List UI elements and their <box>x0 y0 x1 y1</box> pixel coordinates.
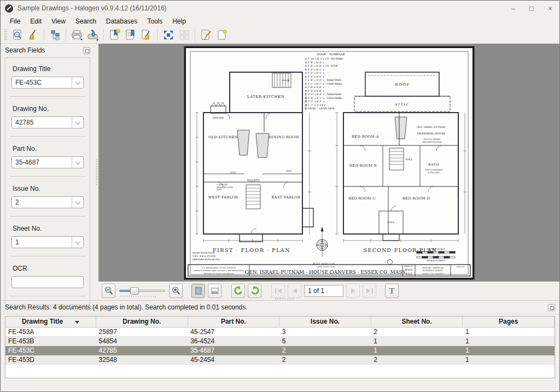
zoom-in-button[interactable] <box>169 284 183 298</box>
window-bottom-strip <box>1 378 559 391</box>
door-schedule-title: · DOOR, · SCHEDULE. · <box>315 52 347 56</box>
chevron-down-icon[interactable] <box>72 117 83 128</box>
zoom-slider[interactable] <box>119 285 165 297</box>
room-label: HALL <box>387 221 394 224</box>
results-table-container: Drawing Title Drawing No. Part No. Issue… <box>5 316 555 378</box>
first-page-button[interactable] <box>271 284 285 298</box>
search-results-panel: Search Results: 4 documents (4 pages in … <box>1 300 559 378</box>
feet-scale-label: SCALE·IN·FEET <box>427 259 445 262</box>
table-row[interactable]: FE-453A25897 45-25473 21 <box>5 327 555 336</box>
menu-help[interactable]: Help <box>167 16 191 26</box>
document-viewer[interactable]: · DOOR, · SCHEDULE. · ① 2′-10″x 6′-1″x 1… <box>98 44 559 282</box>
text-tool-button[interactable]: T <box>385 284 399 298</box>
edit-document-button[interactable] <box>198 28 214 42</box>
panel-float-icon[interactable] <box>548 304 555 311</box>
chevron-down-icon[interactable] <box>72 197 83 208</box>
fit-page-button[interactable] <box>191 284 205 298</box>
last-page-button[interactable] <box>363 284 376 298</box>
close-button[interactable]: × <box>541 2 559 15</box>
column-header-drawing-no[interactable]: Drawing No. <box>96 317 188 327</box>
clear-search-button[interactable] <box>25 28 41 42</box>
panel-float-icon[interactable] <box>83 47 90 54</box>
table-row[interactable]: FE-453B54854 36-45245 11 <box>5 336 555 346</box>
note-label: EXPOSED·IN·ROOM <box>422 141 442 143</box>
note-label: CORBELED <box>217 184 228 186</box>
page-indicator-value: 1 of 1 <box>308 287 324 295</box>
chevron-down-icon[interactable] <box>72 237 83 248</box>
drawing-no-combobox[interactable]: 42785 <box>11 116 84 128</box>
menu-search[interactable]: Search <box>71 16 101 26</box>
chevron-down-icon[interactable] <box>72 157 83 168</box>
sheet-no-combobox[interactable]: 1 <box>11 236 84 248</box>
note-label: DATE <box>217 189 222 191</box>
survey-number: 153 <box>405 272 412 276</box>
printer-icon <box>71 29 84 41</box>
search-results-status: Search Results: 4 documents (4 pages in … <box>5 303 548 311</box>
toolbar-grip[interactable] <box>4 30 7 40</box>
door-schedule-line: ② 2′-8″ x 6′-4″ x · · · <box>305 61 329 63</box>
bookmark-add-button[interactable] <box>107 28 122 42</box>
vertical-splitter[interactable] <box>95 44 98 300</box>
menu-tools[interactable]: Tools <box>142 16 167 26</box>
room-label: EAST·PARLOR <box>271 195 300 200</box>
zoom-out-button[interactable] <box>102 284 115 298</box>
chevron-down-icon[interactable] <box>72 77 83 88</box>
search-fields-box: Drawing Title FE-453C Drawing No. 42785 … <box>5 57 90 305</box>
maximize-button[interactable]: □ <box>522 2 541 15</box>
rotate-cw-button[interactable] <box>248 284 261 298</box>
note-label: POSTS·&·BEAMS <box>423 138 440 141</box>
column-header-sheet-no[interactable]: Sheet No. <box>371 317 463 327</box>
tree-view-button[interactable] <box>47 28 63 42</box>
horizontal-splitter[interactable] <box>276 298 295 300</box>
rotate-ccw-button[interactable] <box>231 284 245 298</box>
habs-sheet-line: SHEET 1 OF 5 SHEETS <box>422 272 444 274</box>
menu-file[interactable]: File <box>5 16 25 26</box>
dept-line: U.S. DEPARTMENT OF THE INTERIOR <box>202 266 236 268</box>
previous-page-button[interactable] <box>288 284 301 298</box>
menu-view[interactable]: View <box>46 16 71 26</box>
issue-no-combobox[interactable]: 2 <box>11 196 84 208</box>
viewer-controls: 1 of 1 T <box>98 282 559 300</box>
column-header-issue-no[interactable]: Issue No. <box>279 317 371 327</box>
field-label-ocr: OCR <box>13 265 84 272</box>
ocr-input[interactable] <box>11 276 84 288</box>
print-button[interactable] <box>69 28 85 42</box>
second-floor-caption: SECOND·FLOOR·PLAN <box>363 247 436 253</box>
new-document-button[interactable] <box>214 28 230 42</box>
title-block: U.S. DEPARTMENT OF THE INTERIOR OFFICE O… <box>188 265 470 276</box>
door-schedule-line: ④ 2′-4″ x 6′-1″ x · · · <box>305 68 329 71</box>
fit-width-button[interactable] <box>208 284 221 298</box>
drawing-no-value: 42785 <box>12 119 72 126</box>
search-document-button[interactable] <box>9 28 25 42</box>
fit-window-button[interactable] <box>160 28 176 42</box>
edit-document-icon <box>200 29 212 41</box>
next-page-button[interactable] <box>346 284 360 298</box>
door-schedule-line: ⑪ 2′-5″ x 6′-4″ x · SHEATHING <box>305 93 342 96</box>
column-header-part-no[interactable]: Part No. <box>188 317 279 327</box>
field-divider <box>9 96 86 97</box>
first-page-icon <box>274 287 283 295</box>
minimize-button[interactable]: – <box>504 2 522 15</box>
table-row[interactable]: FE-453D32548 45-24542 21 <box>5 355 555 364</box>
room-label: BATH <box>428 162 439 166</box>
room-label: MEMORIAL·ROOM <box>417 132 445 135</box>
part-no-combobox[interactable]: 35-4687 <box>11 156 84 168</box>
drawing-title-combobox[interactable]: FE-453C <box>11 77 84 89</box>
menu-databases[interactable]: Databases <box>101 16 142 26</box>
clear-document-button[interactable] <box>138 28 154 42</box>
table-row-selected[interactable]: FE-453C42785 35-46872 11 <box>5 346 555 355</box>
field-label-drawing-title: Drawing Title <box>13 65 84 73</box>
bookmark-list-button[interactable] <box>122 28 138 42</box>
column-header-pages[interactable]: Pages <box>463 317 555 327</box>
broom-icon <box>27 29 39 41</box>
import-scan-button[interactable] <box>85 28 101 42</box>
zoom-slider-handle[interactable] <box>130 287 139 295</box>
column-header-drawing-title[interactable]: Drawing Title <box>5 317 96 327</box>
viewer-column: · DOOR, · SCHEDULE. · ① 2′-10″x 6′-1″x 1… <box>98 44 559 300</box>
main-toolbar <box>1 27 559 44</box>
toolbar-separator <box>44 29 44 41</box>
menu-edit[interactable]: Edit <box>25 16 46 26</box>
thumbnails-button[interactable] <box>176 28 192 42</box>
sheet-no-label: SHEET NO. <box>456 266 465 267</box>
page-indicator-input[interactable]: 1 of 1 <box>304 285 343 297</box>
